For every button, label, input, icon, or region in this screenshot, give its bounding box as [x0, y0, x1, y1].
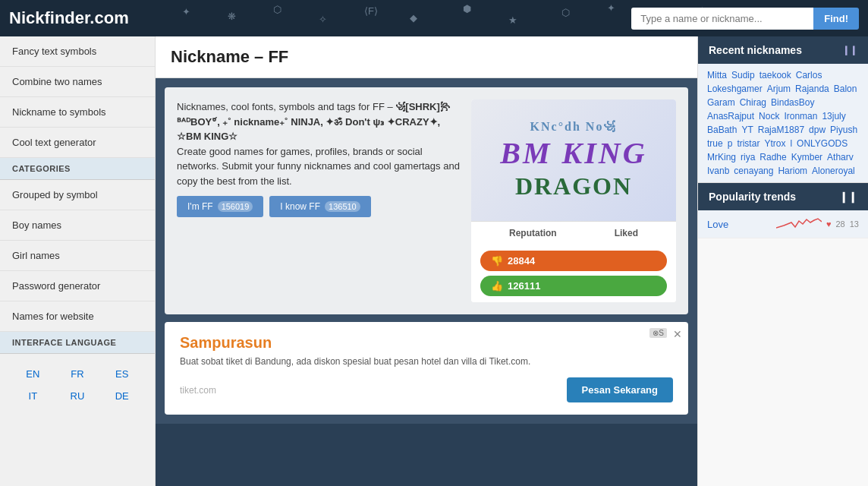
trend-name-love[interactable]: Love [707, 219, 728, 230]
lang-fr[interactable]: FR [57, 364, 99, 383]
recent-nickname-item[interactable]: Garam [707, 97, 735, 108]
recent-header-icon: ❙❙ [842, 45, 857, 55]
recent-nickname-item[interactable]: YT [741, 125, 753, 135]
preview-overlay: KNc°dh No꧁ BM KING DRAGON [471, 99, 676, 221]
sidebar-item-cool-text[interactable]: Cool text generator [0, 128, 155, 158]
site-logo[interactable]: Nickfinder.com [9, 8, 129, 28]
reputation-bar: Reputation Liked [471, 221, 676, 245]
recent-nickname-item[interactable]: Balon [834, 84, 857, 94]
header: ✦ ❋ ⬡ ✧ ⟨F⟩ ◆ ⬢ ★ ⬡ ✦ k ✧ + Nickfinder.c… [0, 0, 868, 36]
nickname-preview: KNc°dh No꧁ BM KING DRAGON Reputation Lik… [471, 99, 676, 302]
recent-nickname-item[interactable]: Carlos [796, 70, 822, 80]
i-know-ff-count: 136510 [325, 201, 360, 212]
recent-nickname-item[interactable]: MrKing [707, 152, 736, 163]
sidebar-item-girl-names[interactable]: Girl names [0, 241, 155, 271]
recent-nickname-item[interactable]: Piyush [830, 125, 857, 135]
preview-nick-1: KNc°dh No꧁ [530, 120, 618, 134]
lang-es[interactable]: ES [101, 364, 143, 383]
sidebar-item-fancy-text[interactable]: Fancy text symbols [0, 36, 155, 67]
ad-close-button[interactable]: ✕ [673, 328, 682, 340]
popularity-trends-header: Popularity trends ❙❙ [698, 183, 868, 210]
recent-nicknames-header: Recent nicknames ❙❙ [698, 36, 868, 64]
sidebar-item-names-website[interactable]: Names for website [0, 301, 155, 332]
preview-nick-3: DRAGON [515, 172, 632, 200]
recent-nickname-item[interactable]: true [707, 138, 723, 149]
language-section: EN FR ES IT RU DE [0, 354, 155, 413]
sidebar-item-boy-names[interactable]: Boy names [0, 210, 155, 241]
ad-cta-button[interactable]: Pesan Sekarang [567, 377, 673, 402]
reputation-label: Reputation [509, 228, 557, 238]
recent-nickname-item[interactable]: Nock [759, 111, 779, 122]
info-description: Nicknames, cool fonts, symbols and tags … [177, 99, 462, 188]
sidebar-item-grouped-symbol[interactable]: Grouped by symbol [0, 180, 155, 210]
ad-description: Buat sobat tiket di Bandung, ada diskon … [180, 356, 673, 367]
lang-de[interactable]: DE [101, 387, 143, 406]
recent-nickname-item[interactable]: Lokeshgamer [707, 84, 763, 94]
sidebar: Fancy text symbols Combine two names Nic… [0, 36, 156, 486]
info-card: Nicknames, cool fonts, symbols and tags … [165, 87, 688, 314]
recent-nickname-item[interactable]: l [790, 138, 792, 149]
recent-nickname-item[interactable]: Kymber [791, 152, 822, 163]
like-count: 126111 [508, 280, 540, 292]
recent-nickname-item[interactable]: riya [741, 152, 755, 163]
trend-stats-love: ♥ 28 13 [776, 216, 859, 232]
recent-nickname-item[interactable]: Aloneroyal [812, 166, 855, 176]
like-button[interactable]: 👍 126111 [480, 276, 667, 296]
dislike-count: 28844 [508, 255, 535, 267]
recent-nickname-item[interactable]: ONLYGODS [797, 138, 848, 149]
info-actions: I'm FF 156019 I know FF 136510 [177, 196, 462, 217]
trend-heart-icon: ♥ [826, 219, 832, 229]
interface-language-header: INTERFACE LANGUAGE [0, 332, 155, 354]
recent-nickname-item[interactable]: Rajanda [795, 84, 829, 94]
categories-header: CATEGORIES [0, 158, 155, 180]
thumbs-down-icon: 👎 [491, 255, 503, 267]
recent-nickname-item[interactable]: Arjum [767, 84, 791, 94]
trend-down-count: 13 [850, 219, 859, 229]
sidebar-item-password-gen[interactable]: Password generator [0, 271, 155, 301]
recent-nickname-item[interactable]: Ytrox [764, 138, 785, 149]
recent-nickname-item[interactable]: Chirag [740, 97, 766, 108]
recent-nickname-item[interactable]: BaBath [707, 125, 737, 135]
recent-nickname-item[interactable]: Atharv [827, 152, 854, 163]
recent-nickname-item[interactable]: 13july [822, 111, 845, 122]
recent-nickname-item[interactable]: AnasRajput [707, 111, 754, 122]
layout: Fancy text symbols Combine two names Nic… [0, 36, 868, 486]
content-area: Nicknames, cool fonts, symbols and tags … [156, 78, 697, 424]
liked-label: Liked [615, 228, 638, 238]
recent-nickname-item[interactable]: Radhe [760, 152, 786, 163]
im-ff-button[interactable]: I'm FF 156019 [177, 196, 263, 217]
recent-nickname-item[interactable]: Hariom [778, 166, 807, 176]
ad-actions: tiket.com Pesan Sekarang [180, 377, 673, 402]
recent-nickname-item[interactable]: tristar [737, 138, 760, 149]
recent-nickname-item[interactable]: Sudip [731, 70, 755, 80]
sidebar-item-combine-names[interactable]: Combine two names [0, 67, 155, 97]
ad-badge: ⊗S [649, 328, 667, 338]
recent-nickname-item[interactable]: Mitta [707, 70, 727, 80]
im-ff-count: 156019 [218, 201, 253, 212]
recent-nickname-item[interactable]: Ironman [784, 111, 817, 122]
preview-nick-2: BM KING [500, 135, 646, 171]
recent-nickname-item[interactable]: dpw [809, 125, 826, 135]
recent-nickname-item[interactable]: RajaM1887 [758, 125, 804, 135]
i-know-ff-button[interactable]: I know FF 136510 [269, 196, 370, 217]
page-title: Nickname – FF [156, 36, 697, 78]
lang-ru[interactable]: RU [57, 387, 99, 406]
recent-nickname-item[interactable]: BindasBoy [771, 97, 814, 108]
search-input[interactable] [631, 8, 813, 30]
recent-nickname-item[interactable]: p [728, 138, 733, 149]
dislike-button[interactable]: 👎 28844 [480, 251, 667, 271]
trend-up-count: 28 [836, 219, 845, 229]
trends-header-icon: ❙❙ [839, 191, 857, 203]
preview-image: KNc°dh No꧁ BM KING DRAGON [471, 99, 676, 221]
info-text-section: Nicknames, cool fonts, symbols and tags … [177, 99, 462, 302]
sidebar-item-nickname-symbols[interactable]: Nickname to symbols [0, 97, 155, 128]
trend-item-love: Love ♥ 28 13 [698, 210, 868, 238]
ad-card: ⊗S ✕ Sampurasun Buat sobat tiket di Band… [165, 322, 688, 415]
ad-domain: tiket.com [180, 385, 216, 396]
recent-nickname-item[interactable]: Ivanb [707, 166, 729, 176]
lang-en[interactable]: EN [12, 364, 54, 383]
search-button[interactable]: Find! [813, 8, 859, 30]
recent-nickname-item[interactable]: cenayang [734, 166, 773, 176]
recent-nickname-item[interactable]: taekook [760, 70, 791, 80]
lang-it[interactable]: IT [12, 387, 54, 406]
